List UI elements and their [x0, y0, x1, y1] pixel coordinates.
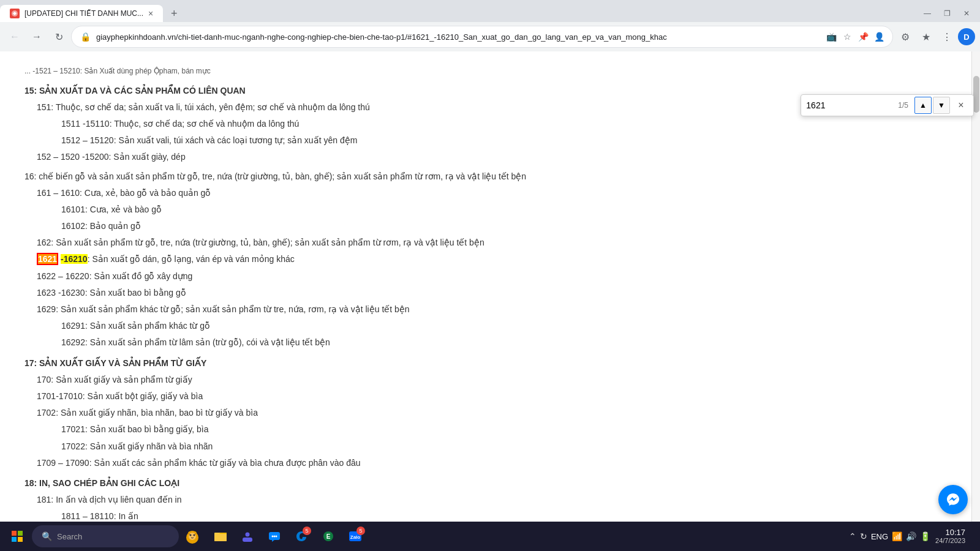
show-desktop-button[interactable]	[970, 524, 975, 549]
list-item-181: 181: In ấn và dịch vụ liên quan đến in	[37, 492, 956, 508]
list-item-17022: 17022: Sản xuất giấy nhãn và bìa nhãn	[61, 439, 956, 454]
browser-menu-button[interactable]: ⋮	[937, 27, 957, 47]
tab-favicon	[10, 9, 20, 18]
taskbar-search[interactable]: 🔍 Search	[32, 525, 179, 547]
svg-rect-2	[18, 531, 23, 536]
list-item-17021: 17021: Sản xuất bao bì bằng giấy, bìa	[61, 422, 956, 437]
tab-title: [UPDATED] CHI TIẾT DANH MUC...	[24, 9, 143, 18]
address-bar[interactable]: 🔒 giayphepkinhdoanh.vn/chi-tiet-danh-muc…	[71, 26, 893, 48]
taskbar-edge[interactable]: 5	[289, 524, 314, 549]
scrollbar[interactable]	[971, 51, 980, 522]
minimize-button[interactable]: —	[919, 5, 936, 22]
list-item-16101: 16101: Cưa, xẻ và bào gỗ	[61, 202, 956, 217]
url-text: giayphepkinhdoanh.vn/chi-tiet-danh-muc-n…	[96, 32, 820, 42]
messenger-widget[interactable]	[938, 485, 968, 514]
wifi-icon[interactable]: 📶	[892, 531, 902, 541]
list-item-1811: 1811 – 18110: In ấn	[61, 509, 956, 522]
nav-right: ⚙ ★ ⋮ D	[895, 27, 975, 47]
section-16-heading: 16: chế biến gỗ và sản xuất sản phẩm từ …	[24, 169, 956, 184]
taskbar-zalo[interactable]: Zalo 5	[343, 524, 368, 549]
list-item-170: 170: Sản xuất giấy và sản phẩm từ giấy	[37, 372, 956, 388]
find-next-button[interactable]: ▼	[933, 97, 950, 114]
find-bar: 1/5 ▲ ▼ ×	[801, 94, 974, 116]
svg-rect-4	[18, 537, 23, 542]
section-17-heading: 17: SẢN XUẤT GIẤY VÀ SẢN PHẨM TỪ GIẤY	[24, 356, 956, 371]
list-item-1511: 1511 -15110: Thuộc, sơ chế da; sơ chế và…	[61, 116, 956, 132]
taskbar-edge2[interactable]: E	[316, 524, 341, 549]
list-item-1621: 1621 -16210: Sản xuất gỗ dán, gỗ lạng, v…	[37, 252, 956, 267]
taskbar-date: 24/7/2023	[935, 537, 965, 545]
list-item-1512: 1512 – 15120: Sản xuất vali, túi xách và…	[61, 133, 956, 148]
taskbar-chat[interactable]	[262, 524, 287, 549]
tab-bar: [UPDATED] CHI TIẾT DANH MUC... × + — ❐ ✕	[0, 0, 980, 22]
speaker-icon[interactable]: 🔊	[906, 531, 916, 541]
svg-text:Zalo: Zalo	[350, 534, 361, 540]
bookmark-cast-icon[interactable]: 📺	[825, 31, 837, 43]
zalo-badge: 5	[356, 527, 365, 535]
list-item-16291: 16291: Sản xuất sản phẩm khác từ gỗ	[61, 318, 956, 334]
list-item-1623: 1623 -16230: Sản xuất bao bì bằng gỗ	[37, 285, 956, 301]
list-item-16102: 16102: Bảo quản gỗ	[61, 219, 956, 234]
reload-button[interactable]: ↻	[49, 27, 69, 47]
list-item-1702: 1702: Sản xuất giấy nhãn, bìa nhãn, bao …	[37, 405, 956, 421]
svg-text:E: E	[326, 533, 331, 540]
section-18-heading: 18: IN, SAO CHÉP BẢN GHI CÁC LOẠI	[24, 476, 956, 491]
find-input[interactable]	[806, 100, 892, 110]
new-tab-button[interactable]: +	[165, 5, 183, 22]
close-button[interactable]: ✕	[958, 5, 975, 22]
taskbar-teams[interactable]	[235, 524, 260, 549]
list-item: ... -1521 – 15210: Sản Xuất dùng phép Ộp…	[24, 65, 956, 78]
profile-button[interactable]: D	[958, 28, 975, 45]
taskbar: 🔍 Search	[0, 522, 980, 551]
find-prev-button[interactable]: ▲	[914, 97, 932, 114]
tab-controls: — ❐ ✕	[919, 5, 980, 22]
battery-icon[interactable]: 🔋	[920, 531, 930, 541]
list-item-152: 152 – 1520 -15200: Sản xuất giày, dép	[37, 149, 956, 165]
svg-rect-1	[12, 531, 17, 536]
forward-button[interactable]: →	[27, 27, 47, 47]
list-item-16292: 16292: Sản xuất sản phẩm từ lâm sản (trừ…	[61, 335, 956, 350]
extensions-button[interactable]: ⚙	[895, 27, 915, 47]
svg-rect-3	[12, 537, 17, 542]
highlight-16210: -16210	[61, 254, 88, 264]
find-count: 1/5	[898, 101, 908, 110]
chevron-up-icon[interactable]: ⌃	[849, 531, 856, 541]
search-icon: 🔍	[42, 531, 52, 541]
list-item-1622: 1622 – 16220: Sản xuất đồ gỗ xây dựng	[37, 269, 956, 284]
taskbar-tiger[interactable]	[181, 525, 203, 547]
find-navigation: ▲ ▼	[914, 97, 950, 114]
tab-close-button[interactable]: ×	[148, 9, 153, 18]
back-button[interactable]: ←	[5, 27, 24, 47]
edge-badge: 5	[303, 527, 311, 535]
list-item-1701: 1701-17010: Sản xuất bột giấy, giấy và b…	[37, 389, 956, 404]
taskbar-clock[interactable]: 10:17 24/7/2023	[935, 528, 965, 545]
taskbar-right: ⌃ ↻ ENG 📶 🔊 🔋 10:17 24/7/2023	[849, 524, 975, 549]
start-button[interactable]	[5, 524, 29, 549]
find-close-button[interactable]: ×	[954, 98, 968, 113]
list-item-1629: 1629: Sản xuất sản phẩm khác từ gỗ; sản …	[37, 302, 956, 317]
security-icon: 🔒	[79, 31, 91, 43]
scroll-thumb[interactable]	[973, 76, 979, 113]
browser-chrome: [UPDATED] CHI TIẾT DANH MUC... × + — ❐ ✕…	[0, 0, 980, 51]
taskbar-time: 10:17	[935, 528, 965, 538]
address-icons: 📺 ☆ 📌 👤	[825, 31, 885, 43]
svg-rect-15	[243, 538, 252, 542]
taskbar-apps: 5 E Zalo 5	[208, 524, 368, 549]
profiles-icon[interactable]: 👤	[873, 31, 885, 43]
sync-icon[interactable]: ↻	[860, 531, 867, 541]
nav-bar: ← → ↻ 🔒 giayphepkinhdoanh.vn/chi-tiet-da…	[0, 22, 980, 51]
bookmark-star-icon[interactable]: ☆	[841, 31, 853, 43]
collections-icon[interactable]: 📌	[857, 31, 869, 43]
svg-point-19	[276, 536, 277, 538]
svg-point-18	[274, 536, 276, 538]
search-text: Search	[57, 532, 82, 541]
restore-button[interactable]: ❐	[938, 5, 956, 22]
list-item-1709: 1709 – 17090: Sản xuất các sản phẩm khác…	[37, 455, 956, 471]
systray: ⌃ ↻ ENG 📶 🔊 🔋	[849, 531, 930, 541]
taskbar-explorer[interactable]	[208, 524, 233, 549]
lang-label[interactable]: ENG	[871, 532, 888, 541]
favorites-button[interactable]: ★	[916, 27, 936, 47]
svg-point-9	[189, 533, 196, 540]
page-content: ... -1521 – 15210: Sản Xuất dùng phép Ộp…	[0, 51, 980, 522]
active-tab[interactable]: [UPDATED] CHI TIẾT DANH MUC... ×	[0, 5, 163, 22]
